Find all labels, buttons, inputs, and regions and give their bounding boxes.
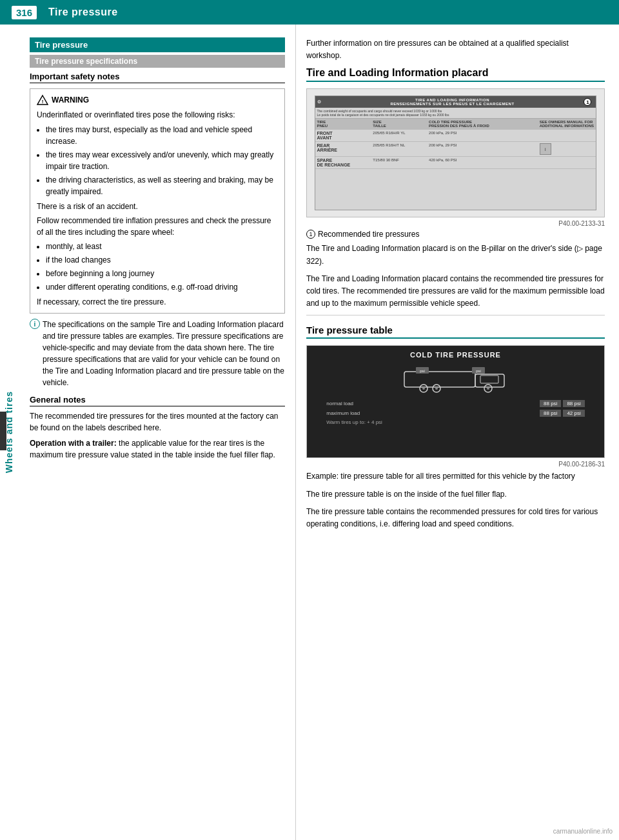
placard-col-pressure: COLD TIRE PRESSUREPRESSION DES PNEUS À F…	[428, 119, 539, 128]
placard-row-front: FRONTAVANT 205/65 R16H/R YL 200 kPa, 29 …	[315, 130, 596, 142]
svg-rect-2	[404, 372, 475, 387]
info-icon: i	[30, 319, 40, 329]
section-bar-teal: Tire pressure	[30, 37, 285, 52]
placard-row-rear-pressure: 200 kPa, 29 PSI	[428, 143, 539, 155]
warning-follow-text: Follow recommended tire inflation pressu…	[37, 215, 278, 238]
right-intro-text: Further information on tire pressures ca…	[306, 37, 605, 62]
svg-point-6	[487, 387, 489, 390]
placard-row-front-size: 205/65 R16H/R YL	[372, 130, 428, 141]
info-block-text: The specifications on the sample Tire an…	[43, 319, 285, 388]
page-number: 316	[12, 6, 37, 19]
truck-svg-area: psi psi	[312, 364, 599, 396]
warning-title-row: ! WARNING	[37, 94, 278, 106]
left-column: Tire pressure Tire pressure specificatio…	[18, 25, 295, 840]
section-bar-gray: Tire pressure specifications	[30, 55, 285, 68]
table-desc2: The tire pressure table contains the rec…	[306, 506, 605, 530]
circle-ref: 1 Recommended tire pressures	[306, 230, 605, 239]
pressure-normal-row: normal load 88 psi 88 psi	[326, 400, 585, 407]
pressure-normal-rear: 88 psi	[563, 400, 584, 407]
table-caption: P40.00-2186-31	[306, 461, 605, 468]
pressure-normal-front: 88 psi	[540, 400, 561, 407]
warning-intro-text: Underinflated or overinflated tires pose…	[37, 109, 278, 121]
general-notes-body: The recommended tire pressures for the t…	[30, 410, 285, 434]
warning-sub-bullet-3: before beginning a long journey	[46, 268, 278, 279]
placard-row-front-info	[539, 130, 595, 141]
placard-heading: Tire and Loading Information placard	[306, 67, 605, 82]
placard-row-rear: REARARRIÈRE 205/65 R16H/T NL 200 kPa, 29…	[315, 142, 596, 157]
svg-text:!: !	[42, 99, 44, 105]
warning-sub-bullet-2: if the load changes	[46, 254, 278, 266]
operation-trailer-text: Operation with a trailer: the applicable…	[30, 437, 285, 461]
placard-desc2: The Tire and Loading Information placard…	[306, 273, 605, 310]
placard-row-spare-info	[539, 157, 595, 168]
svg-point-8	[422, 387, 425, 390]
placard-desc1: The Tire and Loading Information placard…	[306, 243, 605, 267]
pressure-max-rear: 42 psi	[563, 410, 584, 417]
placard-inner: ⊙ TIRE AND LOADING INFORMATIONRENSEIGNEM…	[315, 95, 597, 210]
warning-correct-text: If necessary, correct the tire pressure.	[37, 296, 278, 308]
warning-sub-bullet-4: under different operating conditions, e.…	[46, 281, 278, 293]
placard-col-size: SIZETAILLE	[372, 119, 428, 128]
important-safety-heading: Important safety notes	[30, 72, 285, 83]
svg-rect-4	[480, 375, 498, 383]
placard-header-row: ⊙ TIRE AND LOADING INFORMATIONRENSEIGNEM…	[315, 96, 596, 108]
placard-image: ⊙ TIRE AND LOADING INFORMATIONRENSEIGNEM…	[306, 88, 605, 217]
warning-box: ! WARNING Underinflated or overinflated …	[30, 88, 285, 314]
placard-row-spare-label: SPAREDE RECHANGE	[317, 157, 373, 168]
pressure-max-front: 88 psi	[540, 410, 561, 417]
warning-label: WARNING	[52, 95, 89, 105]
pressure-max-row: maximum load 88 psi 42 psi	[326, 410, 585, 417]
warning-bullets-list: the tires may burst, especially as the l…	[46, 124, 278, 197]
pressure-table-image: COLD TIRE PRESSURE	[306, 345, 605, 458]
placard-row-rear-info: i	[539, 143, 595, 155]
content-area: Tire pressure Tire pressure specificatio…	[18, 25, 619, 840]
placard-subtext: The combined weight of occupants and car…	[315, 108, 596, 119]
circle-ref-num: 1	[306, 230, 315, 239]
placard-col-headers: TIREPNEU SIZETAILLE COLD TIRE PRESSUREPR…	[315, 119, 596, 130]
circle-ref-label: Recommended tire pressures	[318, 230, 419, 239]
table-example-text: Example: tire pressure table for all tir…	[306, 470, 605, 483]
pressure-rows: normal load 88 psi 88 psi maximum load 8…	[326, 400, 585, 425]
table-heading: Tire pressure table	[306, 325, 605, 339]
svg-text:psi: psi	[420, 369, 425, 373]
header-title: Tire pressure	[48, 6, 118, 18]
watermark: carmanualonline.info	[553, 828, 613, 835]
pressure-max-label: maximum load	[326, 410, 538, 416]
placard-row-rear-size: 205/65 R16H/T NL	[372, 143, 428, 155]
placard-circle-1: 1	[584, 98, 591, 106]
placard-col-tire: TIREPNEU	[317, 119, 373, 128]
svg-text:psi: psi	[476, 369, 481, 373]
warning-bullet-1: the tires may burst, especially as the l…	[46, 124, 278, 147]
cold-tire-title: COLD TIRE PRESSURE	[410, 351, 501, 359]
right-column: Further information on tire pressures ca…	[295, 25, 619, 840]
warning-body: Underinflated or overinflated tires pose…	[37, 109, 278, 308]
operation-trailer-label: Operation with a trailer:	[30, 439, 117, 448]
warning-risk-text: There is a risk of an accident.	[37, 201, 278, 212]
side-tab: Wheels and tires	[0, 25, 18, 840]
table-desc1: The tire pressure table is on the inside…	[306, 488, 605, 501]
warning-sub-bullet-1: monthly, at least	[46, 241, 278, 252]
info-block: i The specifications on the sample Tire …	[30, 319, 285, 388]
warning-sub-bullets-list: monthly, at least if the load changes be…	[46, 241, 278, 293]
placard-row-spare-pressure: 420 kPa, 60 PSI	[428, 157, 539, 168]
placard-row-spare-size: T15/80 30 BNF	[372, 157, 428, 168]
pressure-warm-note: Warm tires up to: + 4 psi	[326, 419, 585, 425]
placard-row-rear-label: REARARRIÈRE	[317, 143, 373, 155]
placard-caption: P40.00-2133-31	[306, 220, 605, 227]
header-bar: 316 Tire pressure	[0, 0, 619, 25]
placard-col-owners: SEE OWNERS MANUAL FOR ADDITIONAL INFORMA…	[539, 119, 595, 128]
placard-row-spare: SPAREDE RECHANGE T15/80 30 BNF 420 kPa, …	[315, 157, 596, 169]
divider-1	[306, 315, 605, 315]
placard-header-text: TIRE AND LOADING INFORMATIONRENSEIGNEMEN…	[321, 98, 584, 106]
side-tab-marker	[0, 412, 6, 450]
placard-row-front-label: FRONTAVANT	[317, 130, 373, 141]
warning-bullet-3: the driving characteristics, as well as …	[46, 174, 278, 197]
placard-row-front-pressure: 200 kPa, 29 PSI	[428, 130, 539, 141]
svg-point-10	[435, 387, 438, 390]
truck-svg: psi psi	[398, 364, 514, 396]
pressure-normal-label: normal load	[326, 401, 538, 406]
warning-icon: !	[37, 94, 48, 106]
general-notes-heading: General notes	[30, 395, 285, 406]
warning-bullet-2: the tires may wear excessively and/or un…	[46, 149, 278, 172]
